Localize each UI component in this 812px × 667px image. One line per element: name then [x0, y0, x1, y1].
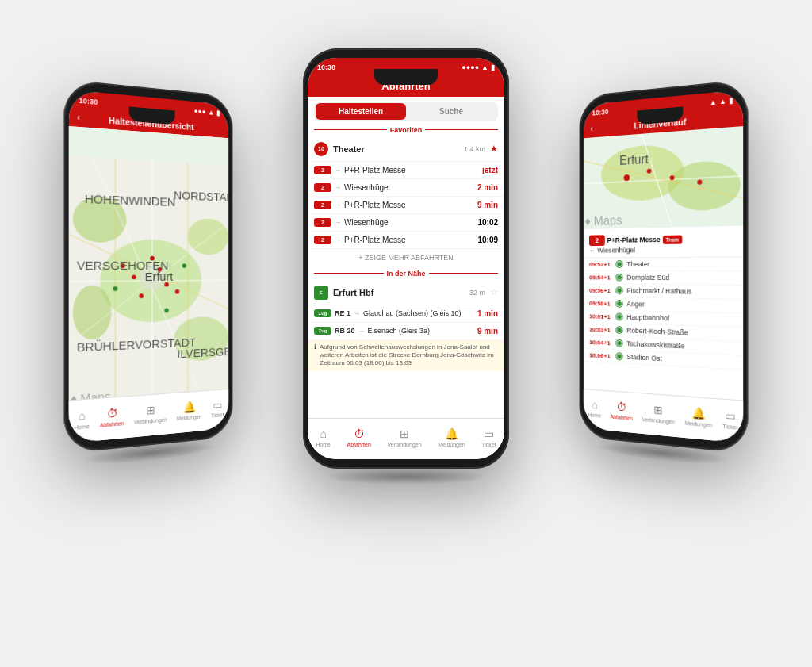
stop-dot-5 — [616, 327, 622, 333]
center-status-icons: ●●●● ▲ ▮ — [462, 63, 495, 71]
dest-3: Wiesenhügel — [344, 218, 474, 227]
arrow-icon-4: → — [335, 236, 341, 243]
stop-time-2: 09:56+1 — [589, 286, 612, 293]
route-info-bar: 2 P+R-Platz Messe Tram ← Wiesenhügel — [584, 225, 743, 258]
time-4: 10:09 — [477, 236, 498, 244]
tab-haltestellen[interactable]: Haltestellen — [316, 103, 406, 120]
stop-dot-6 — [616, 339, 622, 346]
info-icon: ℹ — [314, 343, 316, 368]
right-back-btn[interactable]: ‹ — [591, 124, 593, 132]
phone-right-screen: 10:30 ▲ ▲ ▮ ‹ Linienverlauf — [584, 89, 743, 443]
re1-badge: Zug — [314, 309, 331, 317]
ticket-icon: ▭ — [213, 398, 222, 411]
center-tab-abfahrten[interactable]: ⏱ Abfahrten — [347, 427, 370, 447]
info-text: Aufgrund von Schwellenauswechslungen in … — [320, 343, 498, 368]
right-home-icon: ⌂ — [592, 398, 598, 411]
stop-name-0: Theater — [626, 260, 649, 268]
right-tab-meldungen[interactable]: 🔔 Meldungen — [684, 405, 712, 427]
dep-row-2[interactable]: 2 → P+R-Platz Messe 9 min — [308, 197, 504, 214]
phone-center: 10:30 ●●●● ▲ ▮ Abfahrten Haltestellen Su… — [303, 48, 509, 469]
nearby-hbf-row[interactable]: E Erfurt Hbf 32 m ☆ — [308, 281, 504, 305]
dest-2: P+R-Platz Messe — [344, 201, 474, 209]
re1-arrow: → — [354, 310, 360, 317]
right-bell-icon: 🔔 — [691, 406, 705, 420]
stop-time-1: 09:54+1 — [589, 274, 612, 281]
dest-0: P+R-Platz Messe — [344, 166, 479, 174]
phone-left: 10:30 ●●● ▲ ▮ ‹ Haltestellenübersicht — [63, 79, 232, 453]
dep-row-1[interactable]: 2 → Wiesenhügel 2 min — [308, 179, 504, 197]
right-mini-map[interactable]: Erfurt ♦ Maps — [584, 126, 743, 229]
left-back-btn[interactable]: ‹ — [77, 113, 80, 122]
dest-1: Wiesenhügel — [344, 183, 474, 192]
left-tab-abfahrten[interactable]: ⏱ Abfahrten — [100, 405, 124, 427]
right-tab-bar: ⌂ Home ⏱ Abfahrten ⊞ Verbindungen 🔔 Meld… — [584, 389, 743, 443]
signal-icon: ●●● — [194, 106, 206, 115]
svg-text:Erfurt: Erfurt — [619, 151, 649, 167]
line-badge-2: 2 — [314, 201, 331, 209]
stop-dot-1 — [616, 274, 622, 280]
stop-name-1: Domplatz Süd — [626, 273, 669, 281]
center-tab-verbindungen[interactable]: ⊞ Verbindungen — [387, 427, 421, 447]
arrow-icon-0: → — [335, 167, 341, 174]
stop-item-0[interactable]: 09:52+1 Theater — [584, 257, 743, 271]
nearby-dep-0[interactable]: Zug RE 1 → Glauchau (Sachsen) (Gleis 10)… — [308, 305, 504, 323]
line-badge-1: 2 — [314, 183, 331, 192]
re1-line: RE 1 — [335, 309, 350, 317]
phone-left-screen: 10:30 ●●● ▲ ▮ ‹ Haltestellenübersicht — [69, 89, 228, 443]
signal-dots-icon: ●●●● — [462, 63, 479, 71]
left-status-icons: ●●● ▲ ▮ — [194, 106, 220, 117]
info-row: ℹ Aufgrund von Schwellenauswechslungen i… — [308, 340, 504, 371]
left-tab-meldungen[interactable]: 🔔 Meldungen — [177, 400, 202, 421]
time-2: 9 min — [477, 201, 498, 209]
right-tab-home[interactable]: ⌂ Home — [588, 398, 601, 418]
connections-icon: ⊞ — [146, 403, 155, 416]
stop-time-5: 10:03+1 — [589, 325, 612, 333]
phone-center-notch — [374, 69, 438, 85]
stop-dot-0 — [616, 261, 622, 267]
theater-name: Theater — [333, 144, 459, 154]
stop-item-1[interactable]: 09:54+1 Domplatz Süd — [584, 270, 743, 285]
right-tab-abfahrten[interactable]: ⏱ Abfahrten — [611, 400, 633, 421]
nearby-label: In der Nähe — [387, 270, 426, 278]
stop-time-4: 10:01+1 — [589, 312, 612, 320]
favoriten-label: Favoriten — [390, 126, 423, 134]
nearby-line-left — [314, 273, 384, 274]
segment-tabs: Haltestellen Suche — [314, 102, 498, 121]
hbf-dist: 32 m — [469, 289, 485, 297]
favoriten-divider: Favoriten — [314, 126, 498, 134]
center-tab-meldungen[interactable]: 🔔 Meldungen — [438, 427, 465, 447]
svg-text:NORDSTADT: NORDSTADT — [174, 188, 228, 204]
right-tab-verbindungen[interactable]: ⊞ Verbindungen — [642, 402, 675, 424]
tab-suche[interactable]: Suche — [406, 103, 496, 120]
left-tab-home[interactable]: ⌂ Home — [74, 408, 90, 431]
right-tab-ticket[interactable]: ▭ Ticket — [722, 408, 737, 431]
fav-theater-row[interactable]: 10 Theater 1,4 km ★ — [308, 137, 504, 162]
center-conn-icon: ⊞ — [400, 427, 409, 440]
phones-container: 10:30 ●●● ▲ ▮ ‹ Haltestellenübersicht — [49, 25, 763, 643]
nearby-dep-1[interactable]: Zug RB 20 → Eisenach (Gleis 3a) 9 min — [308, 323, 504, 340]
right-ticket-icon: ▭ — [725, 408, 736, 423]
re1-time: 1 min — [477, 309, 498, 318]
left-tab-ticket[interactable]: ▭ Ticket — [211, 398, 224, 418]
dest-4: P+R-Platz Messe — [344, 236, 474, 244]
nearby-line-right — [429, 273, 499, 274]
stop-time-3: 09:58+1 — [589, 299, 612, 306]
time-3: 10:02 — [477, 218, 498, 227]
route-line-badge-2: 2 — [589, 235, 605, 246]
theater-star[interactable]: ★ — [490, 144, 498, 154]
dep-row-4[interactable]: 2 → P+R-Platz Messe 10:09 — [308, 232, 504, 249]
theater-badge: 10 — [314, 142, 328, 156]
left-tab-verbindungen[interactable]: ⊞ Verbindungen — [134, 402, 167, 424]
svg-text:VERSGEHOFEN: VERSGEHOFEN — [77, 258, 169, 272]
svg-text:♦ Maps: ♦ Maps — [585, 213, 622, 227]
center-tab-home[interactable]: ⌂ Home — [316, 427, 331, 447]
center-ticket-icon: ▭ — [484, 427, 494, 440]
battery2-icon: ▮ — [491, 63, 495, 71]
center-tab-ticket[interactable]: ▭ Ticket — [481, 427, 496, 447]
hbf-star-empty[interactable]: ☆ — [490, 287, 498, 297]
phone-right: 10:30 ▲ ▲ ▮ ‹ Linienverlauf — [580, 79, 749, 453]
dep-row-3[interactable]: 2 → Wiesenhügel 10:02 — [308, 214, 504, 232]
route-dest1: P+R-Platz Messe — [607, 235, 660, 243]
dep-row-0[interactable]: 2 → P+R-Platz Messe jetzt — [308, 162, 504, 179]
show-more[interactable]: + ZEIGE MEHR ABFAHRTEN — [308, 249, 504, 266]
